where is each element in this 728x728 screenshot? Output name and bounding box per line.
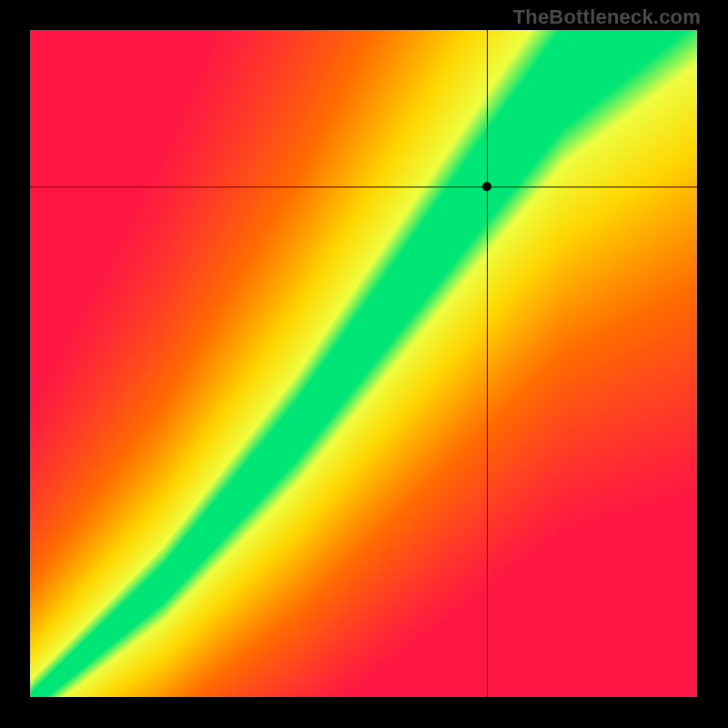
crosshair-horizontal — [30, 187, 697, 187]
crosshair-marker — [482, 182, 491, 191]
watermark-text: TheBottleneck.com — [513, 5, 701, 29]
chart-container: TheBottleneck.com — [0, 0, 728, 728]
crosshair-vertical — [487, 30, 488, 697]
bottleneck-heatmap — [0, 0, 728, 728]
